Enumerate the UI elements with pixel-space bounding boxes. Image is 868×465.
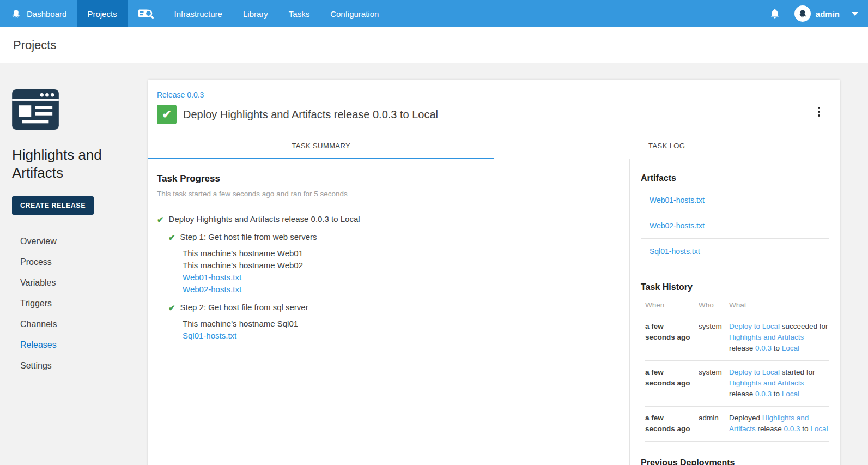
artifact-link[interactable]: Web02-hosts.txt: [183, 283, 241, 295]
history-row: a few seconds agosystemDeploy to Local s…: [645, 315, 829, 361]
task-step-text: This machine's hostname Sql01: [183, 318, 298, 330]
top-nav: DashboardProjectsInfrastructureLibraryTa…: [0, 0, 868, 27]
sidebar-item-settings[interactable]: Settings: [12, 355, 137, 376]
history-link[interactable]: 0.0.3: [755, 390, 772, 398]
nav-spacer: [389, 0, 769, 27]
create-release-button[interactable]: CREATE RELEASE: [12, 196, 94, 215]
task-step-row: ✔Step 2: Get host file from sql server: [157, 303, 621, 313]
search-icon: [138, 8, 154, 20]
history-link[interactable]: Deploy to Local: [729, 368, 780, 376]
nav-item-library[interactable]: Library: [233, 0, 278, 27]
history-link[interactable]: Local: [810, 425, 828, 433]
task-history-heading: Task History: [641, 282, 829, 292]
task-step-row: ✔Step 1: Get host file from web servers: [157, 232, 621, 243]
nav-item-tasks[interactable]: Tasks: [278, 0, 320, 27]
project-name: Highlights and Artifacts: [12, 146, 137, 182]
notifications-bell-icon[interactable]: [769, 8, 780, 20]
task-output-row: This machine's hostname Web01: [157, 247, 621, 259]
step-success-check-icon: ✔: [168, 232, 175, 243]
history-text: started for: [780, 368, 815, 376]
nav-item-dashboard[interactable]: Dashboard: [0, 0, 77, 27]
sidebar-item-overview[interactable]: Overview: [12, 231, 137, 252]
artifact-link[interactable]: Web01-hosts.txt: [183, 271, 241, 283]
nav-item-label: Tasks: [289, 9, 309, 19]
history-when: a few seconds ago: [645, 321, 699, 354]
history-text: release: [756, 425, 784, 433]
task-summary-panel: Task Progress This task started a few se…: [148, 159, 629, 465]
tab-task-summary[interactable]: TASK SUMMARY: [148, 133, 494, 159]
history-link[interactable]: 0.0.3: [784, 425, 800, 433]
artifact-file-link[interactable]: Sql01-hosts.txt: [650, 247, 700, 256]
tab-task-log[interactable]: TASK LOG: [494, 133, 840, 159]
history-link[interactable]: Deploy to Local: [729, 322, 780, 330]
history-link[interactable]: Local: [782, 344, 799, 352]
artifact-row: Web01-hosts.txt: [641, 188, 829, 213]
active-tab-indicator: [148, 158, 494, 159]
task-title: Deploy Highlights and Artifacts release …: [183, 108, 438, 121]
chevron-down-icon[interactable]: [852, 12, 858, 16]
page-title: Projects: [13, 38, 56, 52]
task-output-row: This machine's hostname Web02: [157, 259, 621, 271]
history-link[interactable]: Highlights and Artifacts: [729, 379, 804, 387]
history-text: Deployed: [729, 414, 762, 422]
history-text: to: [772, 344, 782, 352]
artifact-list: Web01-hosts.txtWeb02-hosts.txtSql01-host…: [641, 188, 829, 264]
history-link[interactable]: 0.0.3: [755, 344, 772, 352]
task-step-text: This machine's hostname Web01: [183, 247, 303, 259]
task-step-row: ✔Deploy Highlights and Artifacts release…: [157, 214, 621, 225]
artifact-row: Sql01-hosts.txt: [641, 238, 829, 264]
overflow-menu-icon[interactable]: [816, 105, 822, 119]
nav-item-label: Configuration: [330, 9, 379, 19]
nav-item-infrastructure[interactable]: Infrastructure: [164, 0, 233, 27]
history-col-when: When: [645, 301, 699, 309]
history-what: Deployed Highlights and Artifacts releas…: [729, 413, 829, 434]
task-progress-heading: Task Progress: [157, 173, 621, 184]
octopus-logo-icon: [10, 8, 22, 20]
previous-deployments-heading: Previous Deployments: [641, 458, 829, 465]
nav-item-projects[interactable]: Projects: [77, 0, 127, 27]
sidebar-item-variables[interactable]: Variables: [12, 273, 137, 293]
history-text: release: [729, 344, 755, 352]
sidebar-item-process[interactable]: Process: [12, 252, 137, 273]
task-tabs: TASK SUMMARY TASK LOG: [148, 133, 840, 159]
task-step-text: Step 2: Get host file from sql server: [180, 303, 308, 312]
history-link[interactable]: Highlights and Artifacts: [729, 333, 804, 341]
task-output-row: This machine's hostname Sql01: [157, 318, 621, 330]
history-what: Deploy to Local succeeded for Highlights…: [729, 321, 829, 354]
history-text: to: [800, 425, 811, 433]
artifact-row: Web02-hosts.txt: [641, 213, 829, 238]
task-side-panel: Artifacts Web01-hosts.txtWeb02-hosts.txt…: [629, 159, 840, 465]
sidebar-item-triggers[interactable]: Triggers: [12, 293, 137, 314]
history-col-what: What: [729, 301, 829, 309]
task-output-row: Web01-hosts.txt: [157, 271, 621, 283]
nav-item-label: Library: [243, 9, 268, 19]
history-text: succeeded for: [780, 322, 828, 330]
step-success-check-icon: ✔: [157, 214, 164, 225]
nav-search-button[interactable]: [128, 0, 164, 27]
artifacts-heading: Artifacts: [641, 173, 829, 183]
artifact-file-link[interactable]: Web01-hosts.txt: [650, 196, 705, 204]
history-who: system: [699, 367, 729, 400]
sidebar-item-channels[interactable]: Channels: [12, 314, 137, 335]
release-breadcrumb-link[interactable]: Release 0.0.3: [157, 90, 204, 99]
user-avatar[interactable]: [794, 5, 811, 22]
artifact-link[interactable]: Sql01-hosts.txt: [183, 330, 236, 342]
history-col-who: Who: [699, 301, 729, 309]
nav-item-configuration[interactable]: Configuration: [320, 0, 389, 27]
user-name[interactable]: admin: [816, 9, 840, 19]
task-card-header: Release 0.0.3 ✔ Deploy Highlights and Ar…: [148, 80, 840, 133]
artifact-file-link[interactable]: Web02-hosts.txt: [650, 221, 705, 230]
history-row: a few seconds agoadminDeployed Highlight…: [645, 407, 829, 442]
project-logo-icon: [12, 89, 59, 130]
nav-item-label: Dashboard: [27, 9, 66, 19]
task-step-text: Deploy Highlights and Artifacts release …: [169, 214, 360, 224]
task-progress-tree: ✔Deploy Highlights and Artifacts release…: [157, 214, 621, 342]
task-started-text: This task started a few seconds ago and …: [157, 190, 621, 198]
history-when: a few seconds ago: [645, 367, 699, 400]
history-link[interactable]: Local: [782, 390, 799, 398]
task-step-text: Step 1: Get host file from web servers: [180, 232, 317, 241]
sidebar-item-releases[interactable]: Releases: [12, 335, 137, 355]
task-card: Release 0.0.3 ✔ Deploy Highlights and Ar…: [148, 80, 840, 465]
history-who: admin: [699, 413, 729, 434]
step-success-check-icon: ✔: [168, 303, 175, 313]
